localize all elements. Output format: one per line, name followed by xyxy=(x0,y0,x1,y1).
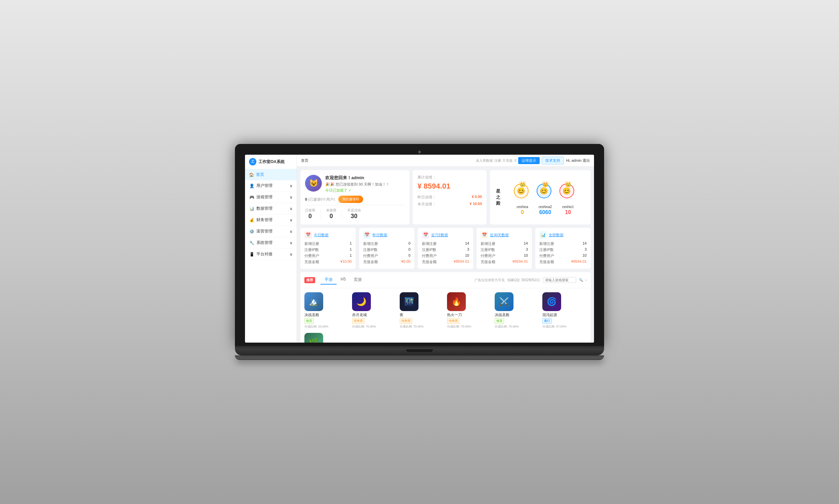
stat-card-today-header: 📅 今日数据 xyxy=(304,231,352,238)
user-avatar: 😺 xyxy=(305,175,322,192)
sidebar-item-user-mgmt[interactable]: 👤 用户管理 ∨ xyxy=(245,180,297,192)
all-row-2: 注册IP数 3 xyxy=(539,247,587,252)
game-icon-1: 🏔️ xyxy=(304,292,323,311)
all-row-1: 新增注册 14 xyxy=(539,241,587,246)
today-title[interactable]: 今日数据 xyxy=(314,233,328,238)
30days-title[interactable]: 近30天数据 xyxy=(490,233,509,238)
welcome-text-block: 欢迎您回来！admin 🎉🎉 您已连续签到 90 天啊！加油！！ 今日已加观了 … xyxy=(325,175,405,193)
sidebar-item-channel-mgmt[interactable]: ⚙️ 渠营管理 ∨ xyxy=(245,226,297,237)
stat-card-today: 📅 今日数据 新增注册 1 注册IP数 1 xyxy=(300,228,356,269)
30days-icon: 📅 xyxy=(481,231,488,238)
tab-web-game[interactable]: 页游 xyxy=(350,275,366,285)
game-icon-2: 🌙 xyxy=(352,292,371,311)
all-row-3: 付费用户 10 xyxy=(539,253,587,258)
chevron-down-icon-3: ∨ xyxy=(290,206,293,211)
today-revenue-label: 昨日业绩： xyxy=(417,195,436,200)
game-type-6: 魔幻 xyxy=(542,318,552,324)
search-icon[interactable]: 🔍 xyxy=(579,278,583,282)
chevron-down-icon: ∨ xyxy=(290,183,293,188)
game-item-2[interactable]: 🌙 赤月龙城 传奇类 分成比例: 70.00% xyxy=(352,292,396,329)
7days-title[interactable]: 近7日数据 xyxy=(431,233,448,238)
stat-used-value: 0 xyxy=(305,213,315,220)
finance-icon: 💰 xyxy=(249,217,254,223)
rank-3-crown: 👑 xyxy=(565,181,572,187)
hot-badge: 推荐 xyxy=(304,277,315,283)
sidebar-item-platform-mgmt[interactable]: 📱 平台对接 ∨ xyxy=(245,249,297,260)
laptop-bottom xyxy=(235,355,604,360)
game-type-3: 传奇类 xyxy=(400,318,412,324)
7days-icon: 📅 xyxy=(422,231,429,238)
game-icon-5: ⚔️ xyxy=(495,292,514,311)
data-icon: 📊 xyxy=(249,206,254,211)
game-name-4: 热火一刀 xyxy=(447,312,462,318)
7days-row-4: 充值金额 ¥8594.01 xyxy=(422,259,469,265)
today-row-1: 新增注册 1 xyxy=(304,241,352,246)
month-revenue-value: ¥ 10.00 xyxy=(469,202,482,207)
game-search-input[interactable] xyxy=(543,277,576,283)
games-header-right: 广告位仅供官方可见 招募QQ: 3002905211 🔍 ‹ xyxy=(475,277,587,283)
game-item-1[interactable]: 🏔️ 决战圣殿 修真 分成比例: 20.00% xyxy=(304,292,349,329)
yesterday-row-2: 注册IP数 0 xyxy=(363,247,410,252)
30days-row-1: 新增注册 14 xyxy=(481,241,528,246)
invited-count-text: 0 (已邀请0个用户) xyxy=(305,197,335,202)
stat-used: 已使用 0 xyxy=(305,208,315,220)
game-ratio-5: 分成比例: 70.00% xyxy=(495,324,519,329)
screen: 工 工作室OA系统 🏠 首页 👤 用户管理 ∨ xyxy=(245,155,594,343)
today-icon: 📅 xyxy=(304,231,312,238)
revenue-today-row: 昨日业绩： ¥ 0.00 xyxy=(417,195,482,200)
sidebar-item-home[interactable]: 🏠 首页 xyxy=(245,169,297,180)
chevron-down-icon-4: ∨ xyxy=(290,218,293,222)
game-name-1: 决战圣殿 xyxy=(304,312,319,318)
stat-unused: 未使用 0 xyxy=(326,208,336,220)
yesterday-title[interactable]: 昨日数据 xyxy=(373,233,387,238)
stat-unused-label: 未使用 xyxy=(326,208,336,213)
yesterday-row-3: 付费用户 0 xyxy=(363,253,410,258)
topbar-right: 未入库数据: 注册: 0 充值: 0 运维提示 技术支持 Hi, admin 退… xyxy=(476,157,590,164)
game-item-6[interactable]: 🌀 混沌起源 魔幻 分成比例: 57.00% xyxy=(542,292,587,329)
tech-support-button[interactable]: 技术支持 xyxy=(542,157,564,164)
today-revenue-value: ¥ 0.00 xyxy=(471,195,482,200)
game-item-4[interactable]: 🔥 热火一刀 传奇类 分成比例: 70.00% xyxy=(447,292,491,329)
all-data-title[interactable]: 全部数据 xyxy=(549,233,564,238)
rank-2-avatar-wrap: 👑 😊 xyxy=(537,183,554,204)
stat-upgrade-value: 30 xyxy=(347,213,361,220)
sidebar-item-game-mgmt[interactable]: 🎮 游戏管理 ∨ xyxy=(245,192,297,203)
game-type-1: 修真 xyxy=(304,318,314,324)
collapse-icon[interactable]: ‹ xyxy=(586,278,587,282)
content-wrapper: 😺 欢迎您回来！admin 🎉🎉 您已连续签到 90 天啊！加油！！ 今日已加观… xyxy=(297,167,594,343)
manage-hint-button[interactable]: 运维提示 xyxy=(518,157,540,164)
stat-card-7days: 📅 近7日数据 新增注册 14 注册IP数 3 xyxy=(418,228,473,269)
app-layout: 工 工作室OA系统 🏠 首页 👤 用户管理 ∨ xyxy=(245,155,594,343)
tab-h5-game[interactable]: H5 xyxy=(337,275,350,285)
sidebar-item-data-mgmt[interactable]: 📊 数据管理 ∨ xyxy=(245,203,297,214)
game-item-7[interactable]: 🌿 疯狂酒长 回合制 分成比例: 70.00% xyxy=(304,333,349,343)
yesterday-row-4: 充值金额 ¥0.00 xyxy=(363,259,410,265)
tab-mobile-game[interactable]: 手游 xyxy=(321,275,337,285)
topbar: 首页 未入库数据: 注册: 0 充值: 0 运维提示 技术支持 Hi, admi… xyxy=(297,155,594,167)
game-icon-4: 🔥 xyxy=(447,292,466,311)
user-icon: 👤 xyxy=(249,183,254,188)
platform-icon: 📱 xyxy=(249,252,254,257)
month-revenue-label: 本月业绩： xyxy=(417,202,436,207)
today-row-4: 充值金额 ¥10.00 xyxy=(304,259,352,265)
game-icon-6: 🌀 xyxy=(542,292,561,311)
games-grid-row2: 🌿 疯狂酒长 回合制 分成比例: 70.00% xyxy=(300,333,591,343)
chevron-down-icon-5: ∨ xyxy=(290,229,293,234)
game-item-3[interactable]: 🌃 夜 传奇类 分成比例: 70.00% xyxy=(400,292,444,329)
system-icon: 🔧 xyxy=(249,240,254,246)
today-row-2: 注册IP数 1 xyxy=(304,247,352,252)
checkin-link: 今日已加观了 ✓ xyxy=(325,188,405,193)
promo-info: 广告位仅供官方可见 xyxy=(475,278,505,283)
game-ratio-6: 分成比例: 57.00% xyxy=(542,324,567,329)
rank-item-3: 👑 😊 ceshio1 10 xyxy=(559,180,577,215)
sidebar-item-finance-mgmt[interactable]: 💰 财务管理 ∨ xyxy=(245,214,297,226)
rank-2-score: 6060 xyxy=(537,210,554,215)
laptop-notch xyxy=(406,349,433,352)
rank-side-label: 星 之 殿 xyxy=(495,188,502,207)
topbar-user: Hi, admin 退出 xyxy=(566,158,590,163)
game-icon-3: 🌃 xyxy=(400,292,418,311)
promo-invite-button[interactable]: 我的邀请码 xyxy=(338,196,363,203)
today-row-3: 付费用户 1 xyxy=(304,253,352,258)
sidebar-item-system-mgmt[interactable]: 🔧 系统管理 ∨ xyxy=(245,237,297,249)
game-item-5[interactable]: ⚔️ 决战圣殿 修真 分成比例: 70.00% xyxy=(495,292,539,329)
